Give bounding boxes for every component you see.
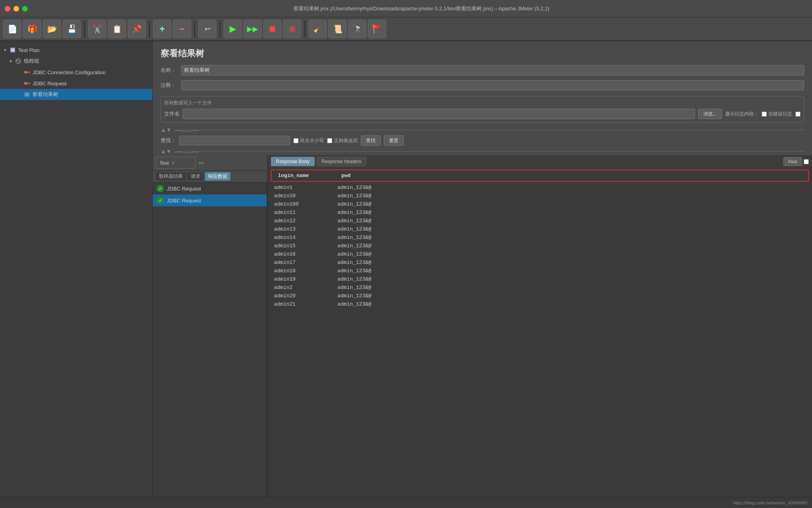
table-row: admin20 admin_123&@ bbox=[268, 292, 812, 300]
sampler-results-tab[interactable]: 取样器结果 bbox=[156, 172, 186, 181]
flag-button[interactable]: 🚩 bbox=[368, 20, 386, 38]
pwd-val: admin_123&@ bbox=[337, 201, 417, 207]
search-button[interactable]: 🔭 bbox=[348, 20, 366, 38]
response-headers-tab[interactable]: Response headers bbox=[316, 157, 367, 166]
browse-button[interactable]: 浏览... bbox=[698, 109, 722, 119]
only-errors-checkbox[interactable]: 仅错误日志 bbox=[762, 111, 792, 117]
pwd-val: admin_123&@ bbox=[337, 235, 417, 241]
maximize-button[interactable] bbox=[22, 6, 28, 12]
result-item-0[interactable]: ✓ JDBC Request bbox=[153, 183, 267, 194]
extra-checkbox[interactable] bbox=[795, 112, 801, 117]
login-val: admin15 bbox=[274, 243, 337, 249]
result-check-icon-1: ✓ bbox=[157, 197, 164, 204]
table-row: admin19 admin_123&@ bbox=[268, 275, 812, 283]
log-button[interactable]: 📜 bbox=[328, 20, 347, 38]
result-label-1: JDBC Request bbox=[167, 198, 201, 204]
pwd-val: admin_123&@ bbox=[337, 251, 417, 257]
window-title: 察看结果树.jmx (/Users/bennyrhys/Downloads/ap… bbox=[36, 5, 807, 12]
traffic-lights bbox=[5, 6, 28, 12]
login-val: admin100 bbox=[274, 201, 337, 207]
pwd-val: admin_123&@ bbox=[337, 276, 417, 282]
jdbc-request-label: JDBC Request bbox=[33, 81, 67, 87]
stop-button[interactable]: ⏹ bbox=[263, 20, 282, 38]
run-select-button[interactable]: ▶▶ bbox=[243, 20, 262, 38]
new-button[interactable]: 📄 bbox=[3, 20, 21, 38]
undo-button[interactable]: ↩ bbox=[198, 20, 216, 38]
pwd-val: admin_123&@ bbox=[337, 301, 417, 307]
regex-check[interactable] bbox=[327, 138, 332, 143]
table-row: admin16 admin_123&@ bbox=[268, 250, 812, 258]
remove-button[interactable]: − bbox=[173, 20, 191, 38]
no-arrow: ▼ bbox=[17, 70, 23, 75]
response-body: login_name pwd admin1 admin_123&@ admin1… bbox=[268, 168, 812, 497]
panel-title: 察看结果树 bbox=[153, 41, 812, 63]
separator2 bbox=[149, 21, 150, 37]
regex-checkbox[interactable]: 正则表达式 bbox=[327, 137, 358, 144]
stop-all-button[interactable]: ⊗ bbox=[283, 20, 301, 38]
text-dropdown[interactable]: Text ▼ bbox=[156, 157, 195, 169]
login-val: admin21 bbox=[274, 301, 337, 307]
only-errors-check[interactable] bbox=[762, 112, 767, 117]
collapse-arrows-1[interactable]: ▲▼ bbox=[161, 127, 172, 133]
pwd-val: admin_123&@ bbox=[337, 260, 417, 266]
jdbc-request-icon bbox=[23, 79, 31, 87]
open-button[interactable]: 📂 bbox=[43, 20, 61, 38]
response-data-tab[interactable]: 响应数据 bbox=[205, 172, 230, 181]
svg-point-7 bbox=[29, 71, 30, 73]
login-val: admin18 bbox=[274, 268, 337, 274]
sidebar-item-thread-group[interactable]: ▼ 线程组 bbox=[0, 56, 152, 67]
expand-arrow: ▼ bbox=[9, 59, 14, 64]
sidebar-item-result-tree[interactable]: ▼ 察看结果树 bbox=[0, 89, 152, 100]
statusbar: https://blog.csdn.net/weixin_43469680 bbox=[0, 497, 812, 508]
left-results-panel: Text ▼ ⇔ 取样器结果 请求 响应数据 ✓ JDBC bbox=[153, 155, 268, 497]
result-item-1[interactable]: ✓ JDBC Request bbox=[153, 194, 267, 206]
sidebar-item-test-plan[interactable]: ▼ Test Plan bbox=[0, 44, 152, 56]
content-area: 察看结果树 名称： 注释： 所有数据写入一个文件 文件名 浏览... 显示日志内… bbox=[153, 41, 812, 497]
toolbar-row: Text ▼ ⇔ bbox=[153, 155, 267, 171]
paste-button[interactable]: 📌 bbox=[128, 20, 146, 38]
collapse-arrows-2[interactable]: ▲▼ bbox=[161, 148, 172, 154]
run-button[interactable]: ▶ bbox=[224, 20, 242, 38]
pwd-val: admin_123&@ bbox=[337, 226, 417, 232]
pwd-val: admin_123&@ bbox=[337, 285, 417, 291]
file-section-title: 所有数据写入一个文件 bbox=[164, 100, 801, 106]
table-row: admin17 admin_123&@ bbox=[268, 258, 812, 267]
table-row: admin10 admin_123&@ bbox=[268, 192, 812, 200]
add-button[interactable]: + bbox=[153, 20, 171, 38]
case-check[interactable] bbox=[293, 138, 299, 143]
template-button[interactable]: 🎁 bbox=[23, 20, 41, 38]
thread-group-icon bbox=[14, 57, 22, 65]
no-arrow3: ▼ bbox=[17, 92, 23, 97]
find-button[interactable]: 查找 bbox=[361, 135, 381, 146]
copy-button[interactable]: 📋 bbox=[108, 20, 126, 38]
pwd-val: admin_123&@ bbox=[337, 193, 417, 199]
sidebar-item-jdbc-request[interactable]: ▼ JDBC Request bbox=[0, 78, 152, 89]
clear-button[interactable]: 🧹 bbox=[308, 20, 327, 38]
table-row: admin100 admin_123&@ bbox=[268, 200, 812, 208]
find-button-2[interactable]: Find bbox=[783, 157, 802, 166]
comment-input[interactable] bbox=[181, 80, 804, 90]
sidebar: ▼ Test Plan ▼ 线程组 bbox=[0, 41, 153, 497]
file-input[interactable] bbox=[183, 109, 695, 119]
result-tree: ✓ JDBC Request ✓ JDBC Request bbox=[153, 183, 267, 497]
sidebar-item-jdbc-config[interactable]: ▼ JDBC Connection Configuration bbox=[0, 67, 152, 78]
save-button[interactable]: 💾 bbox=[63, 20, 81, 38]
find-checkbox[interactable] bbox=[804, 159, 809, 164]
cut-button[interactable]: ✂️ bbox=[88, 20, 106, 38]
case-sensitive-checkbox[interactable]: 区分大小写 bbox=[293, 137, 324, 144]
divider-1: ▲▼ bbox=[153, 126, 812, 134]
name-input[interactable] bbox=[181, 65, 804, 75]
panel-toggle-icon[interactable]: ⇔ bbox=[199, 159, 204, 167]
search-input[interactable] bbox=[179, 136, 290, 145]
pwd-val: admin_123&@ bbox=[337, 185, 417, 190]
login-val: admin16 bbox=[274, 251, 337, 257]
close-button[interactable] bbox=[5, 6, 10, 12]
request-tab[interactable]: 请求 bbox=[188, 172, 203, 181]
dropdown-arrow-icon: ▼ bbox=[171, 161, 175, 165]
response-body-tab[interactable]: Response Body bbox=[271, 157, 315, 166]
test-plan-label: Test Plan bbox=[18, 47, 39, 53]
svg-rect-5 bbox=[24, 71, 27, 73]
file-section: 所有数据写入一个文件 文件名 浏览... 显示日志内容： 仅错误日志 bbox=[161, 96, 804, 123]
minimize-button[interactable] bbox=[13, 6, 19, 12]
reset-button[interactable]: 重置 bbox=[384, 135, 404, 146]
